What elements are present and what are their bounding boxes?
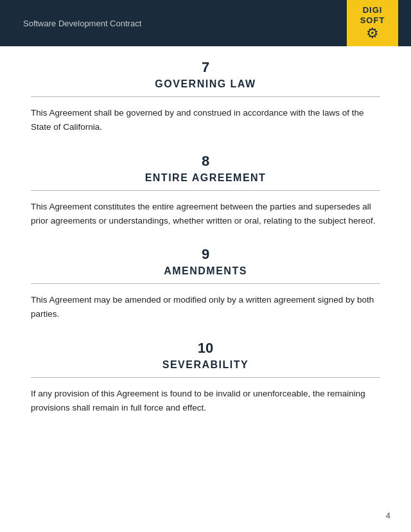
section-number: 9 bbox=[31, 246, 380, 263]
section-body: This Agreement may be amended or modifie… bbox=[31, 293, 380, 322]
sections-container: 7GOVERNING LAWThis Agreement shall be go… bbox=[31, 59, 380, 415]
content-area: 7GOVERNING LAWThis Agreement shall be go… bbox=[0, 46, 411, 459]
section-number: 10 bbox=[31, 340, 380, 357]
document-title: Software Development Contract bbox=[23, 19, 141, 28]
page-number: 4 bbox=[386, 511, 390, 520]
section-body: If any provision of this Agreement is fo… bbox=[31, 387, 380, 416]
section-title: GOVERNING LAW bbox=[31, 78, 380, 90]
section: 7GOVERNING LAWThis Agreement shall be go… bbox=[31, 59, 380, 135]
section: 9AMENDMENTSThis Agreement may be amended… bbox=[31, 246, 380, 322]
section-number: 7 bbox=[31, 59, 380, 76]
logo-box: DIGI SOFT ⚙ bbox=[347, 0, 398, 46]
logo-text-line1: DIGI bbox=[363, 6, 383, 15]
section-body: This Agreement constitutes the entire ag… bbox=[31, 200, 380, 229]
header: Software Development Contract DIGI SOFT … bbox=[0, 0, 411, 46]
section-divider bbox=[31, 190, 380, 191]
section-title: ENTIRE AGREEMENT bbox=[31, 172, 380, 184]
section-body: This Agreement shall be governed by and … bbox=[31, 106, 380, 135]
section: 10SEVERABILITYIf any provision of this A… bbox=[31, 340, 380, 416]
logo-text-line2: SOFT bbox=[360, 16, 385, 25]
section-divider bbox=[31, 96, 380, 97]
section: 8ENTIRE AGREEMENTThis Agreement constitu… bbox=[31, 153, 380, 229]
section-title: SEVERABILITY bbox=[31, 359, 380, 371]
section-title: AMENDMENTS bbox=[31, 265, 380, 277]
section-number: 8 bbox=[31, 153, 380, 170]
section-divider bbox=[31, 283, 380, 284]
logo-icon: ⚙ bbox=[366, 26, 379, 40]
page: Software Development Contract DIGI SOFT … bbox=[0, 0, 411, 532]
section-divider bbox=[31, 377, 380, 378]
logo-area: DIGI SOFT ⚙ bbox=[347, 0, 398, 46]
